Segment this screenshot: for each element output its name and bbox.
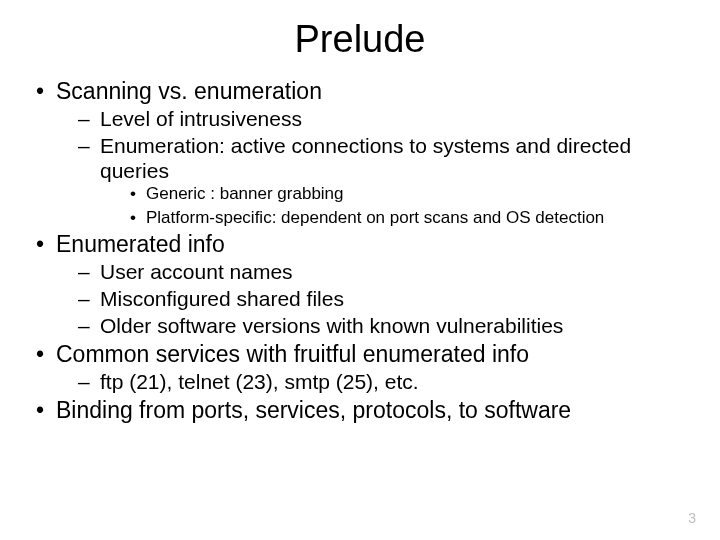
bullet-text: Misconfigured shared files: [100, 287, 344, 310]
bullet-subsublist: Generic : banner grabbing Platform-speci…: [124, 183, 690, 228]
list-item: Enumeration: active connections to syste…: [74, 133, 690, 228]
list-item: Older software versions with known vulne…: [74, 313, 690, 338]
slide-title: Prelude: [30, 18, 690, 61]
bullet-text: User account names: [100, 260, 293, 283]
list-item: Misconfigured shared files: [74, 286, 690, 311]
list-item: Common services with fruitful enumerated…: [30, 340, 690, 394]
list-item: Scanning vs. enumeration Level of intrus…: [30, 77, 690, 228]
bullet-text: ftp (21), telnet (23), smtp (25), etc.: [100, 370, 419, 393]
bullet-text: Older software versions with known vulne…: [100, 314, 563, 337]
bullet-list: Scanning vs. enumeration Level of intrus…: [30, 77, 690, 425]
list-item: Enumerated info User account names Misco…: [30, 230, 690, 338]
bullet-text: Platform-specific: dependent on port sca…: [146, 208, 604, 227]
list-item: ftp (21), telnet (23), smtp (25), etc.: [74, 369, 690, 394]
bullet-text: Binding from ports, services, protocols,…: [56, 397, 571, 423]
bullet-sublist: User account names Misconfigured shared …: [74, 259, 690, 339]
bullet-text: Common services with fruitful enumerated…: [56, 341, 529, 367]
bullet-sublist: ftp (21), telnet (23), smtp (25), etc.: [74, 369, 690, 394]
slide: Prelude Scanning vs. enumeration Level o…: [0, 0, 720, 540]
list-item: Generic : banner grabbing: [124, 183, 690, 204]
bullet-text: Scanning vs. enumeration: [56, 78, 322, 104]
list-item: User account names: [74, 259, 690, 284]
list-item: Binding from ports, services, protocols,…: [30, 396, 690, 425]
bullet-text: Enumeration: active connections to syste…: [100, 134, 631, 182]
bullet-sublist: Level of intrusiveness Enumeration: acti…: [74, 106, 690, 228]
list-item: Level of intrusiveness: [74, 106, 690, 131]
bullet-text: Enumerated info: [56, 231, 225, 257]
list-item: Platform-specific: dependent on port sca…: [124, 207, 690, 228]
bullet-text: Generic : banner grabbing: [146, 184, 344, 203]
page-number: 3: [688, 510, 696, 526]
bullet-text: Level of intrusiveness: [100, 107, 302, 130]
